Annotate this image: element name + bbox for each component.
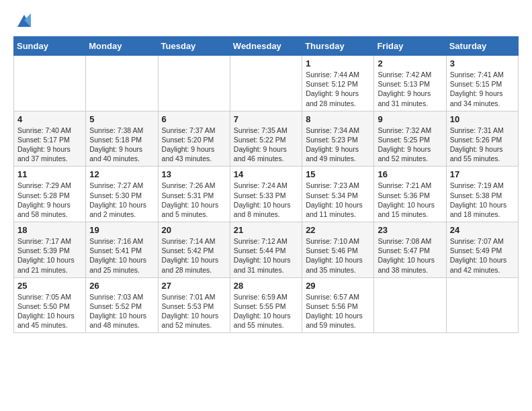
day-cell: 14Sunrise: 7:24 AM Sunset: 5:33 PM Dayli… <box>230 167 302 222</box>
day-info: Sunrise: 7:03 AM Sunset: 5:52 PM Dayligh… <box>89 292 154 330</box>
day-info: Sunrise: 7:41 AM Sunset: 5:15 PM Dayligh… <box>450 70 515 108</box>
weekday-tuesday: Tuesday <box>158 37 230 56</box>
day-cell: 17Sunrise: 7:19 AM Sunset: 5:38 PM Dayli… <box>446 167 518 222</box>
day-cell: 15Sunrise: 7:23 AM Sunset: 5:34 PM Dayli… <box>302 167 374 222</box>
day-cell: 24Sunrise: 7:07 AM Sunset: 5:49 PM Dayli… <box>446 222 518 278</box>
day-cell: 16Sunrise: 7:21 AM Sunset: 5:36 PM Dayli… <box>374 167 446 222</box>
day-number: 12 <box>89 169 154 179</box>
day-number: 18 <box>17 225 82 235</box>
day-info: Sunrise: 7:32 AM Sunset: 5:25 PM Dayligh… <box>378 126 442 164</box>
day-cell: 1Sunrise: 7:44 AM Sunset: 5:12 PM Daylig… <box>302 56 374 111</box>
weekday-monday: Monday <box>86 37 158 56</box>
day-info: Sunrise: 7:27 AM Sunset: 5:30 PM Dayligh… <box>89 181 154 219</box>
day-cell: 29Sunrise: 6:57 AM Sunset: 5:56 PM Dayli… <box>302 277 374 333</box>
day-cell: 18Sunrise: 7:17 AM Sunset: 5:39 PM Dayli… <box>14 222 86 278</box>
day-cell: 21Sunrise: 7:12 AM Sunset: 5:44 PM Dayli… <box>230 222 302 278</box>
day-cell: 6Sunrise: 7:37 AM Sunset: 5:20 PM Daylig… <box>158 111 230 167</box>
day-info: Sunrise: 7:23 AM Sunset: 5:34 PM Dayligh… <box>306 181 370 219</box>
day-info: Sunrise: 7:21 AM Sunset: 5:36 PM Dayligh… <box>378 181 442 219</box>
week-row-3: 18Sunrise: 7:17 AM Sunset: 5:39 PM Dayli… <box>14 222 519 278</box>
day-info: Sunrise: 7:05 AM Sunset: 5:50 PM Dayligh… <box>17 292 82 330</box>
day-cell <box>14 56 86 111</box>
day-number: 16 <box>378 169 442 179</box>
day-cell: 27Sunrise: 7:01 AM Sunset: 5:53 PM Dayli… <box>158 277 230 333</box>
week-row-4: 25Sunrise: 7:05 AM Sunset: 5:50 PM Dayli… <box>14 277 519 333</box>
day-cell: 4Sunrise: 7:40 AM Sunset: 5:17 PM Daylig… <box>14 111 86 167</box>
day-cell: 5Sunrise: 7:38 AM Sunset: 5:18 PM Daylig… <box>86 111 158 167</box>
day-number: 7 <box>234 114 298 124</box>
day-cell: 28Sunrise: 6:59 AM Sunset: 5:55 PM Dayli… <box>230 277 302 333</box>
day-number: 26 <box>89 281 154 291</box>
day-number: 14 <box>234 169 298 179</box>
day-number: 29 <box>306 281 370 291</box>
day-info: Sunrise: 7:07 AM Sunset: 5:49 PM Dayligh… <box>450 236 515 275</box>
day-cell <box>446 277 518 333</box>
day-info: Sunrise: 7:37 AM Sunset: 5:20 PM Dayligh… <box>162 126 226 164</box>
day-cell: 19Sunrise: 7:16 AM Sunset: 5:41 PM Dayli… <box>86 222 158 278</box>
day-info: Sunrise: 6:57 AM Sunset: 5:56 PM Dayligh… <box>306 292 370 330</box>
weekday-saturday: Saturday <box>446 37 518 56</box>
day-cell: 2Sunrise: 7:42 AM Sunset: 5:13 PM Daylig… <box>374 56 446 111</box>
day-info: Sunrise: 6:59 AM Sunset: 5:55 PM Dayligh… <box>234 292 298 330</box>
day-info: Sunrise: 7:10 AM Sunset: 5:46 PM Dayligh… <box>306 236 370 275</box>
day-info: Sunrise: 7:40 AM Sunset: 5:17 PM Dayligh… <box>17 126 82 164</box>
day-info: Sunrise: 7:16 AM Sunset: 5:41 PM Dayligh… <box>89 236 154 275</box>
day-number: 11 <box>17 169 82 179</box>
day-info: Sunrise: 7:38 AM Sunset: 5:18 PM Dayligh… <box>89 126 154 164</box>
day-info: Sunrise: 7:14 AM Sunset: 5:42 PM Dayligh… <box>162 236 226 275</box>
day-number: 2 <box>378 58 442 68</box>
day-cell: 3Sunrise: 7:41 AM Sunset: 5:15 PM Daylig… <box>446 56 518 111</box>
logo <box>13 11 34 30</box>
calendar-header: SundayMondayTuesdayWednesdayThursdayFrid… <box>14 37 519 56</box>
day-cell <box>374 277 446 333</box>
day-info: Sunrise: 7:34 AM Sunset: 5:23 PM Dayligh… <box>306 126 370 164</box>
day-number: 13 <box>162 169 226 179</box>
day-cell: 26Sunrise: 7:03 AM Sunset: 5:52 PM Dayli… <box>86 277 158 333</box>
day-cell: 11Sunrise: 7:29 AM Sunset: 5:28 PM Dayli… <box>14 167 86 222</box>
day-number: 3 <box>450 58 515 68</box>
day-number: 10 <box>450 114 515 124</box>
weekday-row: SundayMondayTuesdayWednesdayThursdayFrid… <box>14 37 519 56</box>
weekday-wednesday: Wednesday <box>230 37 302 56</box>
day-number: 15 <box>306 169 370 179</box>
day-cell <box>158 56 230 111</box>
day-info: Sunrise: 7:29 AM Sunset: 5:28 PM Dayligh… <box>17 181 82 219</box>
weekday-thursday: Thursday <box>302 37 374 56</box>
weekday-sunday: Sunday <box>14 37 86 56</box>
day-cell <box>230 56 302 111</box>
day-number: 17 <box>450 169 515 179</box>
day-number: 8 <box>306 114 370 124</box>
day-number: 22 <box>306 225 370 235</box>
day-info: Sunrise: 7:12 AM Sunset: 5:44 PM Dayligh… <box>234 236 298 275</box>
day-number: 23 <box>378 225 442 235</box>
day-cell: 20Sunrise: 7:14 AM Sunset: 5:42 PM Dayli… <box>158 222 230 278</box>
header <box>13 11 519 30</box>
day-info: Sunrise: 7:19 AM Sunset: 5:38 PM Dayligh… <box>450 181 515 219</box>
day-cell: 10Sunrise: 7:31 AM Sunset: 5:26 PM Dayli… <box>446 111 518 167</box>
day-cell: 22Sunrise: 7:10 AM Sunset: 5:46 PM Dayli… <box>302 222 374 278</box>
day-info: Sunrise: 7:17 AM Sunset: 5:39 PM Dayligh… <box>17 236 82 275</box>
day-cell: 9Sunrise: 7:32 AM Sunset: 5:25 PM Daylig… <box>374 111 446 167</box>
day-info: Sunrise: 7:35 AM Sunset: 5:22 PM Dayligh… <box>234 126 298 164</box>
calendar: SundayMondayTuesdayWednesdayThursdayFrid… <box>13 36 519 333</box>
day-info: Sunrise: 7:31 AM Sunset: 5:26 PM Dayligh… <box>450 126 515 164</box>
weekday-friday: Friday <box>374 37 446 56</box>
day-cell: 23Sunrise: 7:08 AM Sunset: 5:47 PM Dayli… <box>374 222 446 278</box>
day-cell: 8Sunrise: 7:34 AM Sunset: 5:23 PM Daylig… <box>302 111 374 167</box>
day-number: 25 <box>17 281 82 291</box>
day-info: Sunrise: 7:24 AM Sunset: 5:33 PM Dayligh… <box>234 181 298 219</box>
day-cell: 13Sunrise: 7:26 AM Sunset: 5:31 PM Dayli… <box>158 167 230 222</box>
day-number: 24 <box>450 225 515 235</box>
calendar-body: 1Sunrise: 7:44 AM Sunset: 5:12 PM Daylig… <box>14 56 519 333</box>
week-row-0: 1Sunrise: 7:44 AM Sunset: 5:12 PM Daylig… <box>14 56 519 111</box>
day-number: 9 <box>378 114 442 124</box>
day-cell <box>86 56 158 111</box>
day-info: Sunrise: 7:44 AM Sunset: 5:12 PM Dayligh… <box>306 70 370 108</box>
day-number: 28 <box>234 281 298 291</box>
week-row-2: 11Sunrise: 7:29 AM Sunset: 5:28 PM Dayli… <box>14 167 519 222</box>
day-info: Sunrise: 7:26 AM Sunset: 5:31 PM Dayligh… <box>162 181 226 219</box>
day-cell: 7Sunrise: 7:35 AM Sunset: 5:22 PM Daylig… <box>230 111 302 167</box>
day-number: 5 <box>89 114 154 124</box>
day-number: 19 <box>89 225 154 235</box>
day-info: Sunrise: 7:08 AM Sunset: 5:47 PM Dayligh… <box>378 236 442 275</box>
